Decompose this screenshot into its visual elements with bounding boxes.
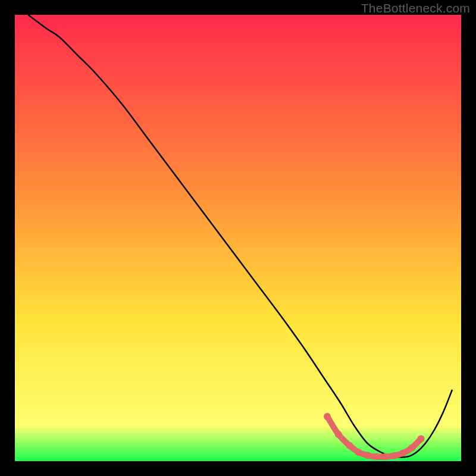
highlight-dot <box>364 452 371 459</box>
chart-svg <box>0 0 476 476</box>
highlight-dot <box>391 452 398 459</box>
highlight-dot <box>324 413 331 420</box>
watermark-label: TheBottleneck.com <box>361 1 470 15</box>
chart-container: TheBottleneck.com <box>0 0 476 476</box>
highlight-dot <box>373 453 380 461</box>
highlight-dot <box>400 450 407 457</box>
highlight-dot <box>409 444 416 452</box>
highlight-dot <box>346 442 353 449</box>
plot-background <box>15 15 461 461</box>
highlight-dot <box>418 436 425 443</box>
highlight-dot <box>335 431 342 438</box>
highlight-dot <box>355 449 362 456</box>
highlight-dot <box>382 453 389 461</box>
